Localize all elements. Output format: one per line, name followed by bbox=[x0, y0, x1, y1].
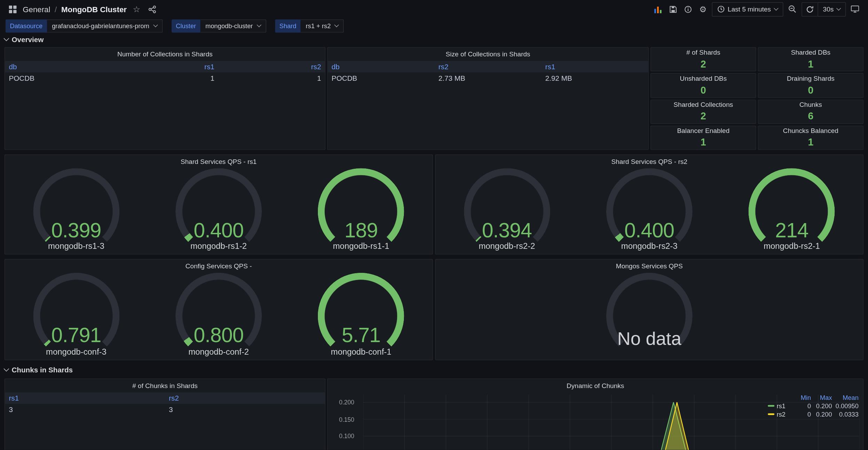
panel-title[interactable]: # of Chunks in Shards bbox=[5, 379, 325, 392]
stat-panel-title[interactable]: Sharded DBs bbox=[791, 48, 830, 56]
panel-title[interactable]: Shard Services QPS - rs2 bbox=[436, 155, 863, 168]
chevron-down-icon bbox=[3, 35, 9, 41]
variable-value-dropdown[interactable]: mongodb-cluster bbox=[201, 19, 266, 33]
column-header[interactable]: db bbox=[5, 63, 111, 71]
variable-label: Cluster bbox=[171, 19, 200, 33]
panel-title[interactable]: Mongos Services QPS bbox=[436, 260, 863, 273]
panel-title[interactable]: Number of Collections in Shards bbox=[5, 48, 325, 61]
cluster-stats-grid: # of Shards2Sharded DBs1Unsharded DBs0Dr… bbox=[650, 47, 863, 150]
legend-value: 0 bbox=[793, 403, 811, 409]
gauge: 5.71mongodb-conf-1 bbox=[290, 273, 432, 360]
variable-value-dropdown[interactable]: rs1 + rs2 bbox=[301, 19, 344, 33]
chart-legend: MinMaxMeanrs100.2000.00950rs200.2000.033… bbox=[768, 393, 859, 418]
panel-title[interactable]: Shard Services QPS - rs1 bbox=[5, 155, 432, 168]
stat-value: 2 bbox=[701, 58, 706, 70]
column-header[interactable]: rs2 bbox=[165, 394, 325, 402]
stat-panel: Sharded DBs1 bbox=[758, 47, 864, 71]
stat-panel-title[interactable]: Sharded Collections bbox=[674, 101, 733, 109]
gauge: 0.400mongodb-rs2-3 bbox=[578, 168, 720, 254]
favorite-button[interactable]: ☆ bbox=[131, 2, 142, 16]
table-cell: 2.92 MB bbox=[541, 72, 648, 84]
apps-grid-icon bbox=[9, 5, 16, 13]
variable-shard: Shard rs1 + rs2 bbox=[275, 19, 344, 33]
stat-panel: # of Shards2 bbox=[650, 47, 756, 71]
gauge-panel-body: 0.791mongodb-conf-30.800mongodb-conf-25.… bbox=[5, 273, 432, 360]
gauge-panel-body: 0.399mongodb-rs1-30.400mongodb-rs1-2189m… bbox=[5, 168, 432, 254]
info-icon bbox=[684, 5, 692, 13]
legend-column-header[interactable]: Mean bbox=[832, 394, 859, 401]
table-cell: 3 bbox=[165, 404, 325, 416]
legend-column-header[interactable]: Max bbox=[811, 394, 832, 401]
breadcrumb-folder[interactable]: General bbox=[23, 5, 50, 14]
cycle-view-button[interactable] bbox=[849, 2, 861, 16]
column-header[interactable]: rs1 bbox=[541, 63, 648, 71]
dashboard-insights-button[interactable] bbox=[682, 2, 694, 16]
section-overview-toggle[interactable]: Overview bbox=[5, 34, 44, 45]
column-header[interactable]: rs1 bbox=[5, 394, 165, 402]
legend-series[interactable]: rs1 bbox=[768, 403, 793, 409]
refresh-button[interactable] bbox=[801, 2, 818, 16]
save-icon bbox=[669, 5, 677, 13]
column-header[interactable]: rs2 bbox=[435, 63, 541, 71]
save-dashboard-button[interactable] bbox=[667, 2, 679, 16]
variable-datasource: Datasource grafanacloud-gabrielantunes-p… bbox=[6, 19, 163, 33]
stat-panel: Unsharded DBs0 bbox=[650, 73, 756, 97]
gauge: 0.399mongodb-rs1-3 bbox=[5, 168, 147, 254]
share-icon bbox=[149, 5, 156, 13]
panel-title[interactable]: Size of Collections in Shards bbox=[328, 48, 648, 61]
collections-count-table: dbrs1rs2POCDB11 bbox=[5, 61, 325, 84]
panel-chunks-count: # of Chunks in Shards rs1rs233 bbox=[5, 378, 326, 450]
legend-value: 0.200 bbox=[811, 403, 832, 409]
variable-value-dropdown[interactable]: grafanacloud-gabrielantunes-prom bbox=[47, 19, 163, 33]
time-range-picker[interactable]: Last 5 minutes bbox=[712, 2, 783, 16]
table-row: POCDB11 bbox=[5, 72, 325, 84]
stat-panel-title[interactable]: # of Shards bbox=[686, 48, 720, 56]
dashboard-title: MongoDB Cluster bbox=[61, 5, 127, 14]
table-header-row: dbrs1rs2 bbox=[5, 61, 325, 72]
column-header[interactable]: db bbox=[328, 63, 435, 71]
zoom-out-time-button[interactable] bbox=[786, 2, 799, 16]
dashboard-settings-button[interactable]: ⚙ bbox=[697, 2, 709, 16]
y-axis: 0.2000.1500.100 bbox=[328, 379, 359, 450]
panel-mongos-qps: Mongos Services QPSNo data bbox=[435, 259, 864, 360]
column-header[interactable]: rs2 bbox=[218, 63, 325, 71]
collections-size-table: dbrs2rs1POCDB2.73 MB2.92 MB bbox=[328, 61, 648, 84]
chevron-down-icon bbox=[335, 23, 339, 27]
legend-row: rs200.2000.0333 bbox=[768, 410, 859, 418]
series-color-swatch bbox=[768, 405, 774, 407]
stat-panel: Draining Shards0 bbox=[758, 73, 864, 97]
gauge-label: mongodb-rs2-1 bbox=[721, 241, 863, 251]
gauge-panel-body: 0.394mongodb-rs2-20.400mongodb-rs2-3214m… bbox=[436, 168, 863, 254]
chevron-down-icon bbox=[3, 366, 9, 371]
gauge-label: mongodb-rs1-1 bbox=[290, 241, 432, 251]
panel-title[interactable]: Dynamic of Chunks bbox=[328, 379, 863, 392]
stat-panel-title[interactable]: Chunks bbox=[799, 101, 822, 109]
legend-series[interactable]: rs2 bbox=[768, 411, 793, 418]
panel-title[interactable]: Config Services QPS - bbox=[5, 260, 432, 273]
chunks-count-table: rs1rs233 bbox=[5, 392, 325, 416]
variable-value: grafanacloud-gabrielantunes-prom bbox=[52, 23, 149, 29]
legend-column-header[interactable]: Min bbox=[793, 394, 811, 401]
chevron-down-icon bbox=[257, 23, 261, 27]
variables-bar: Datasource grafanacloud-gabrielantunes-p… bbox=[0, 18, 350, 34]
column-header[interactable]: rs1 bbox=[112, 63, 218, 71]
stat-value: 0 bbox=[808, 85, 813, 96]
refresh-interval-dropdown[interactable]: 30s bbox=[818, 2, 846, 16]
variable-label: Shard bbox=[275, 19, 301, 33]
table-row: 33 bbox=[5, 404, 325, 416]
legend-value: 0 bbox=[793, 411, 811, 418]
stat-panel-title[interactable]: Draining Shards bbox=[787, 74, 835, 82]
gauge: 0.800mongodb-conf-2 bbox=[147, 273, 290, 360]
share-button[interactable] bbox=[146, 2, 158, 16]
dashboard-header: General / MongoDB Cluster ☆ ⚙ Last 5 min… bbox=[0, 0, 868, 18]
section-label: Overview bbox=[11, 35, 44, 44]
gauge-value: 0.791 bbox=[5, 324, 147, 347]
stat-panel-title[interactable]: Unsharded DBs bbox=[680, 74, 727, 82]
stat-panel-title[interactable]: Chuncks Balanced bbox=[783, 127, 838, 135]
section-chunks-toggle[interactable]: Chunks in Shards bbox=[5, 365, 73, 375]
apps-grid-button[interactable] bbox=[7, 2, 19, 16]
gauge: 189mongodb-rs1-1 bbox=[290, 168, 432, 254]
add-panel-button[interactable] bbox=[652, 2, 665, 16]
stat-panel-title[interactable]: Balancer Enabled bbox=[677, 127, 730, 135]
stat-panel: Sharded Collections2 bbox=[650, 99, 756, 124]
